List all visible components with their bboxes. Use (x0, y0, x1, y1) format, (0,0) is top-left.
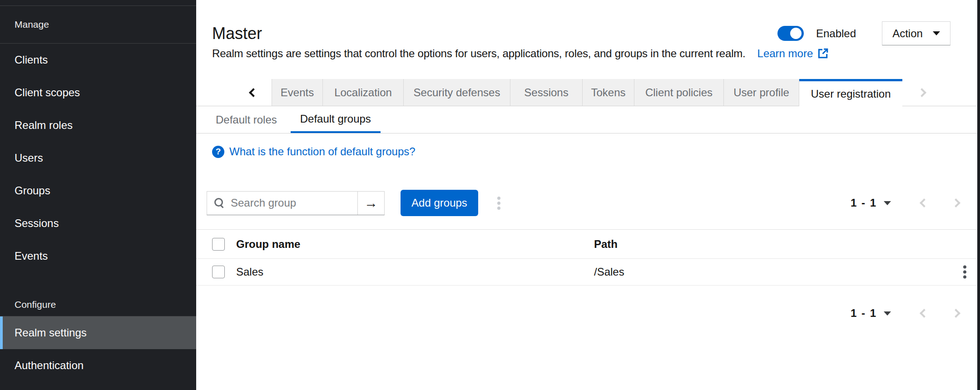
scrollbar[interactable] (977, 0, 980, 390)
realm-header: Master Enabled Action (212, 21, 950, 45)
toolbar-kebab-menu[interactable] (493, 192, 505, 214)
chevron-down-icon (933, 31, 940, 35)
pagination-top: 1 - 1 (851, 197, 975, 209)
realm-description: Realm settings are settings that control… (212, 47, 746, 60)
subtab-default-roles[interactable]: Default roles (206, 106, 287, 133)
sidebar: Manage Clients Client scopes Realm roles… (0, 0, 196, 390)
search-group-box: → (207, 191, 385, 215)
search-field (207, 192, 357, 215)
sidebar-item-realm-settings[interactable]: Realm settings (0, 316, 196, 349)
row-kebab-menu[interactable] (959, 261, 971, 283)
pagination-prev-button[interactable] (920, 198, 929, 207)
tabs-scroll-left-button[interactable] (196, 79, 272, 106)
search-icon (214, 197, 225, 208)
sidebar-item-groups[interactable]: Groups (0, 174, 196, 207)
tab-security-defenses[interactable]: Security defenses (404, 79, 510, 106)
pagination-options-toggle[interactable] (884, 311, 891, 316)
learn-more-label: Learn more (757, 47, 813, 60)
nav-group-title-configure: Configure (0, 299, 56, 310)
action-dropdown-label: Action (892, 27, 923, 40)
select-all-checkbox[interactable] (212, 238, 225, 251)
nav-group-configure: Configure (0, 272, 196, 316)
tab-tokens[interactable]: Tokens (583, 79, 634, 106)
subtab-default-groups[interactable]: Default groups (291, 106, 381, 133)
pagination-range: 1 - 1 (851, 197, 877, 209)
column-header-path: Path (594, 238, 618, 251)
tab-events[interactable]: Events (272, 79, 323, 106)
tab-user-registration[interactable]: User registration (799, 79, 902, 106)
sidebar-item-client-scopes[interactable]: Client scopes (0, 76, 196, 109)
pagination-range: 1 - 1 (851, 307, 877, 320)
groups-toolbar: → Add groups 1 - 1 (207, 189, 975, 217)
sidebar-item-realm-roles[interactable]: Realm roles (0, 109, 196, 142)
add-groups-button[interactable]: Add groups (401, 190, 478, 216)
tab-localization[interactable]: Localization (323, 79, 404, 106)
table-row: Sales /Sales (196, 259, 977, 286)
nav-group-title-manage: Manage (0, 19, 49, 30)
pagination-options-toggle[interactable] (884, 201, 891, 205)
default-groups-help-link[interactable]: ? What is the function of default groups… (212, 144, 416, 159)
chevron-left-icon (249, 88, 258, 97)
pagination-next-button[interactable] (951, 198, 960, 207)
search-group-input[interactable] (231, 197, 357, 209)
tab-client-policies[interactable]: Client policies (634, 79, 724, 106)
realm-description-row: Realm settings are settings that control… (212, 46, 829, 61)
external-link-icon (817, 48, 829, 59)
sidebar-item-clients[interactable]: Clients (0, 44, 196, 76)
pagination-prev-button[interactable] (920, 309, 929, 318)
sidebar-item-events[interactable]: Events (0, 240, 196, 272)
table-header-row: Group name Path (196, 229, 977, 259)
admin-console: Manage Clients Client scopes Realm roles… (0, 0, 980, 390)
enabled-label: Enabled (816, 27, 856, 40)
arrow-right-icon: → (364, 195, 378, 211)
pagination-next-button[interactable] (951, 309, 960, 318)
realm-enabled-toggle[interactable] (777, 26, 804, 41)
user-registration-subtabs: Default roles Default groups (196, 106, 977, 133)
help-link-label: What is the function of default groups? (229, 145, 416, 158)
column-header-group-name: Group name (236, 238, 300, 251)
page-title: Master (212, 24, 262, 43)
action-dropdown-button[interactable]: Action (882, 21, 950, 45)
help-icon: ? (212, 146, 224, 158)
main-content: Master Enabled Action Realm settings are… (196, 0, 980, 390)
tabs-scroll-right-button[interactable] (917, 88, 926, 97)
sidebar-item-users[interactable]: Users (0, 142, 196, 174)
sidebar-item-sessions[interactable]: Sessions (0, 207, 196, 240)
sidebar-top-strip (0, 0, 196, 6)
realm-settings-tabs: Events Localization Security defenses Se… (196, 79, 980, 106)
tabs-overflow-area (902, 79, 980, 106)
tab-sessions[interactable]: Sessions (510, 79, 583, 106)
pagination-bottom: 1 - 1 (851, 307, 975, 320)
learn-more-link[interactable]: Learn more (757, 47, 829, 60)
search-submit-button[interactable]: → (357, 192, 384, 215)
sidebar-item-authentication[interactable]: Authentication (0, 349, 196, 382)
tab-user-profile[interactable]: User profile (724, 79, 799, 106)
nav-group-manage: Manage (0, 6, 196, 44)
pagination-bottom-row: 1 - 1 (851, 302, 975, 325)
default-groups-table: Group name Path Sales /Sales (196, 229, 977, 286)
row-group-name: Sales (236, 266, 263, 278)
row-path: /Sales (594, 266, 624, 278)
row-checkbox[interactable] (212, 266, 225, 278)
